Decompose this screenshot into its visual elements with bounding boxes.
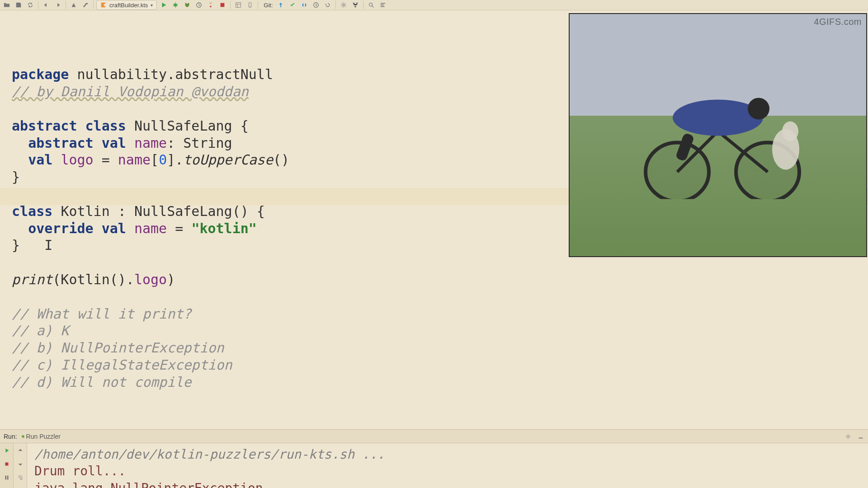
console-line: java.lang.NullPointerException: [34, 480, 861, 488]
vcs-history-icon[interactable]: [311, 0, 321, 10]
svg-rect-11: [354, 6, 356, 8]
toolbar-separator: [363, 1, 363, 9]
structure-icon[interactable]: [378, 0, 388, 10]
svg-rect-9: [353, 3, 354, 5]
vcs-revert-icon[interactable]: [323, 0, 333, 10]
svg-rect-24: [859, 437, 863, 438]
editor-area: package nullability.abstractNull// by Da…: [0, 10, 868, 429]
chevron-down-icon: ▾: [151, 3, 153, 8]
run-panel-config-tab[interactable]: Run Puzzler: [22, 433, 61, 440]
console-line: Drum roll...: [34, 463, 861, 479]
toolbar-separator: [66, 1, 66, 9]
svg-rect-27: [7, 476, 8, 480]
search-icon[interactable]: [366, 0, 376, 10]
gif-watermark: 4GIFS.com: [814, 17, 862, 27]
run-panel-title: Run:: [4, 433, 17, 440]
svg-rect-26: [5, 476, 6, 480]
run-gutter-secondary: [14, 443, 27, 488]
settings-icon[interactable]: [339, 0, 349, 10]
vcs-compare-icon[interactable]: [299, 0, 309, 10]
layout-icon[interactable]: [233, 0, 243, 10]
git-label: Git:: [264, 2, 273, 9]
svg-rect-14: [380, 5, 383, 5]
console-command: /home/anton/dev/kotlin-puzzlers/run-kts.…: [34, 446, 861, 463]
save-icon[interactable]: [14, 0, 24, 10]
run-icon[interactable]: [159, 0, 169, 10]
toolbar-separator: [335, 1, 336, 9]
avd-icon[interactable]: [245, 0, 255, 10]
profile-icon[interactable]: [194, 0, 204, 10]
console-output[interactable]: /home/anton/dev/kotlin-puzzlers/run-kts.…: [27, 443, 868, 488]
run-config-selector[interactable]: craftBuilder.kts ▾: [96, 0, 157, 10]
scroll-up-icon[interactable]: [16, 446, 25, 455]
svg-rect-3: [221, 3, 225, 7]
coverage-icon[interactable]: [182, 0, 192, 10]
open-file-icon[interactable]: [2, 0, 12, 10]
build-icon[interactable]: [69, 0, 79, 10]
svg-rect-4: [236, 3, 241, 8]
svg-point-2: [210, 6, 212, 8]
debug-icon[interactable]: [170, 0, 180, 10]
svg-rect-10: [356, 3, 358, 5]
stop-process-icon[interactable]: [2, 460, 11, 469]
svg-point-19: [748, 98, 769, 119]
vcs-commit-icon[interactable]: [288, 0, 297, 10]
undo-icon[interactable]: [41, 0, 51, 10]
minimize-icon[interactable]: [856, 432, 865, 441]
run-tool-window: Run: Run Puzzler /home/anton/dev/kotlin-…: [0, 429, 868, 488]
hammer-icon[interactable]: [80, 0, 90, 10]
svg-point-23: [847, 436, 849, 437]
redo-icon[interactable]: [53, 0, 63, 10]
project-structure-icon[interactable]: [350, 0, 360, 10]
run-config-name: craftBuilder.kts: [109, 2, 148, 9]
svg-point-6: [250, 6, 250, 7]
toolbar-separator: [230, 1, 231, 9]
cyclist-illustration: [614, 68, 822, 199]
svg-point-12: [369, 3, 372, 6]
run-panel-body: /home/anton/dev/kotlin-puzzlers/run-kts.…: [0, 443, 868, 488]
svg-rect-13: [380, 3, 385, 4]
toolbar-separator: [93, 1, 94, 9]
kotlin-file-icon: [100, 2, 107, 8]
svg-rect-15: [380, 6, 384, 7]
main-toolbar: craftBuilder.kts ▾ Git:: [0, 0, 868, 10]
pause-icon[interactable]: [2, 473, 11, 482]
rerun-icon[interactable]: [2, 446, 11, 455]
scroll-down-icon[interactable]: [16, 460, 25, 469]
run-panel-config-name: Run Puzzler: [26, 433, 61, 440]
svg-rect-25: [5, 463, 8, 466]
toolbar-separator: [38, 1, 38, 9]
run-status-dot-icon: [22, 435, 24, 438]
run-panel-header: Run: Run Puzzler: [0, 430, 868, 443]
svg-point-22: [782, 121, 798, 141]
svg-point-0: [174, 4, 177, 7]
toolbar-separator: [258, 1, 258, 9]
gif-panel: 4GIFS.com: [569, 13, 867, 257]
svg-point-8: [342, 4, 344, 6]
run-gutter-primary: [0, 443, 14, 488]
attach-debugger-icon[interactable]: [206, 0, 216, 10]
vcs-update-icon[interactable]: [276, 0, 286, 10]
soft-wrap-icon[interactable]: [16, 473, 25, 482]
stop-icon[interactable]: [217, 0, 227, 10]
sync-icon[interactable]: [25, 0, 35, 10]
tool-settings-icon[interactable]: [844, 432, 853, 441]
